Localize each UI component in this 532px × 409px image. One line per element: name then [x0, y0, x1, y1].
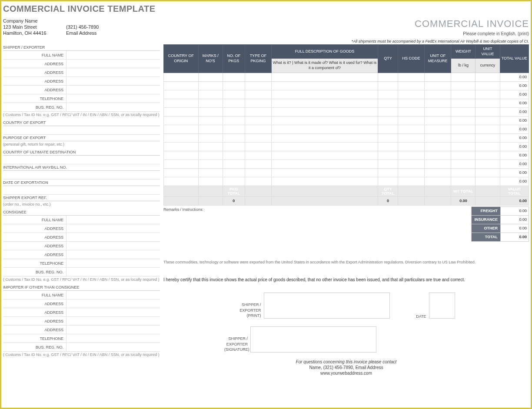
table-cell[interactable]: [475, 90, 500, 99]
table-cell[interactable]: [198, 151, 223, 160]
table-cell[interactable]: [451, 116, 475, 125]
table-cell[interactable]: [272, 133, 378, 142]
table-cell[interactable]: [164, 168, 199, 177]
consignee-busreg-input[interactable]: [66, 268, 160, 276]
table-cell[interactable]: [198, 133, 223, 142]
table-cell[interactable]: [272, 73, 378, 81]
country-ult-input[interactable]: [3, 156, 160, 164]
table-cell[interactable]: 0.00: [500, 90, 529, 99]
table-cell[interactable]: 0.00: [500, 177, 529, 186]
table-cell[interactable]: [223, 142, 245, 151]
table-cell[interactable]: [164, 142, 199, 151]
table-cell[interactable]: [451, 160, 475, 168]
table-cell[interactable]: [475, 142, 500, 151]
table-cell[interactable]: [198, 142, 223, 151]
table-cell[interactable]: [398, 125, 424, 133]
table-cell[interactable]: [245, 160, 271, 168]
sig-date-box[interactable]: [429, 293, 455, 319]
table-row[interactable]: 0.00: [164, 177, 529, 186]
table-cell[interactable]: [223, 116, 245, 125]
table-cell[interactable]: 0.00: [500, 142, 529, 151]
table-cell[interactable]: [272, 142, 378, 151]
table-cell[interactable]: 0.00: [500, 160, 529, 168]
sig-signature-box[interactable]: [250, 326, 376, 352]
table-cell[interactable]: [223, 107, 245, 116]
table-cell[interactable]: [198, 81, 223, 90]
table-cell[interactable]: [451, 151, 475, 160]
table-cell[interactable]: [245, 125, 271, 133]
table-cell[interactable]: 0.00: [500, 125, 529, 133]
table-cell[interactable]: [223, 73, 245, 81]
shipper-address-input[interactable]: [66, 60, 160, 68]
table-cell[interactable]: [425, 133, 451, 142]
table-cell[interactable]: [245, 73, 271, 81]
table-cell[interactable]: [378, 107, 398, 116]
table-cell[interactable]: [245, 133, 271, 142]
table-cell[interactable]: [223, 168, 245, 177]
table-cell[interactable]: [451, 168, 475, 177]
importer-fullname-input[interactable]: [66, 291, 160, 299]
table-row[interactable]: 0.00: [164, 99, 529, 107]
table-cell[interactable]: [198, 107, 223, 116]
table-cell[interactable]: 0.00: [500, 107, 529, 116]
importer-telephone-input[interactable]: [66, 334, 160, 342]
shipper-address-input[interactable]: [66, 86, 160, 94]
table-cell[interactable]: [272, 151, 378, 160]
table-cell[interactable]: [245, 168, 271, 177]
table-cell[interactable]: [198, 177, 223, 186]
table-cell[interactable]: [451, 125, 475, 133]
table-cell[interactable]: [164, 151, 199, 160]
table-cell[interactable]: [398, 99, 424, 107]
table-cell[interactable]: [245, 151, 271, 160]
table-cell[interactable]: [223, 90, 245, 99]
table-cell[interactable]: [451, 81, 475, 90]
table-cell[interactable]: [398, 133, 424, 142]
table-cell[interactable]: [378, 90, 398, 99]
table-cell[interactable]: [451, 99, 475, 107]
table-cell[interactable]: [198, 116, 223, 125]
table-cell[interactable]: [398, 81, 424, 90]
table-cell[interactable]: [378, 168, 398, 177]
table-cell[interactable]: [223, 81, 245, 90]
table-cell[interactable]: [164, 107, 199, 116]
table-cell[interactable]: [198, 125, 223, 133]
table-cell[interactable]: [245, 142, 271, 151]
table-row[interactable]: 0.00: [164, 151, 529, 160]
table-cell[interactable]: [398, 142, 424, 151]
shipper-address-input[interactable]: [66, 68, 160, 76]
table-cell[interactable]: [425, 116, 451, 125]
shipper-address-input[interactable]: [66, 77, 160, 85]
table-cell[interactable]: [272, 168, 378, 177]
table-cell[interactable]: [272, 107, 378, 116]
table-cell[interactable]: [451, 90, 475, 99]
table-cell[interactable]: [378, 151, 398, 160]
table-row[interactable]: 0.00: [164, 160, 529, 168]
table-cell[interactable]: [198, 99, 223, 107]
consignee-address-input[interactable]: [66, 233, 160, 241]
sig-print-box[interactable]: [264, 293, 390, 319]
table-cell[interactable]: [223, 177, 245, 186]
table-cell[interactable]: [398, 160, 424, 168]
table-cell[interactable]: [398, 90, 424, 99]
table-row[interactable]: 0.00: [164, 142, 529, 151]
table-row[interactable]: 0.00: [164, 116, 529, 125]
table-cell[interactable]: [398, 107, 424, 116]
table-cell[interactable]: [475, 81, 500, 90]
table-cell[interactable]: [425, 107, 451, 116]
table-cell[interactable]: [425, 73, 451, 81]
table-cell[interactable]: [378, 125, 398, 133]
table-cell[interactable]: [272, 90, 378, 99]
air-waybill-input[interactable]: [3, 171, 160, 179]
table-cell[interactable]: [398, 73, 424, 81]
table-cell[interactable]: [475, 107, 500, 116]
table-cell[interactable]: [378, 116, 398, 125]
table-cell[interactable]: [245, 99, 271, 107]
table-cell[interactable]: [164, 81, 199, 90]
table-cell[interactable]: [475, 125, 500, 133]
table-cell[interactable]: [245, 177, 271, 186]
table-cell[interactable]: 0.00: [500, 151, 529, 160]
shipper-fullname-input[interactable]: [66, 51, 160, 59]
table-cell[interactable]: [475, 133, 500, 142]
importer-busreg-input[interactable]: [66, 343, 160, 351]
table-cell[interactable]: [378, 81, 398, 90]
